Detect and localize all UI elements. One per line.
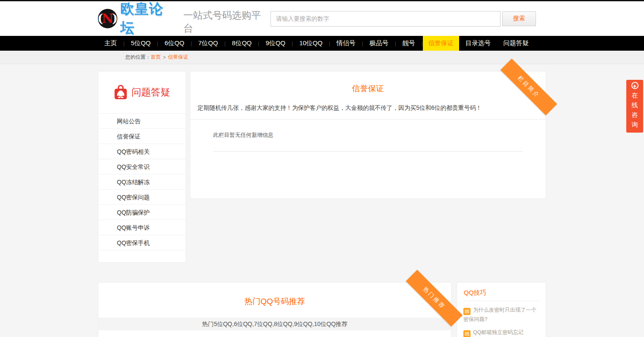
sidebar-item[interactable]: 网站公告 [98, 113, 186, 128]
nav-item[interactable]: 10位QQ [293, 36, 329, 51]
logo-n-icon: ( N ) [98, 9, 117, 28]
sidebar: 问题答疑 网站公告信誉保证QQ密码相关QQ安全常识QQ冻结解冻QQ密保问题QQ防… [98, 71, 186, 263]
content-divider [213, 151, 523, 152]
nav-item[interactable]: 极品号 [363, 36, 395, 51]
breadcrumb-bar: 您的位置： 首页 > 信誉保证 [0, 51, 644, 64]
qq-tip-item[interactable]: 靓为什么改密时只出现了一个密保问题? [463, 306, 539, 324]
sidebar-list: 网站公告信誉保证QQ密码相关QQ安全常识QQ冻结解冻QQ密保问题QQ防骗保护QQ… [98, 113, 186, 250]
sidebar-item[interactable]: QQ安全常识 [98, 159, 186, 174]
nav-item[interactable]: 靓号 [396, 36, 422, 51]
site-logo[interactable]: ( N ) 欧皇论坛 一站式号码选购平台 [98, 0, 271, 38]
nav-item[interactable]: 问题答疑 [497, 36, 535, 51]
site-header: ( N ) 欧皇论坛 一站式号码选购平台 搜索 [0, 1, 644, 36]
nav-item[interactable]: 6位QQ [158, 36, 191, 51]
nav-item[interactable]: 7位QQ [192, 36, 225, 51]
sidebar-item[interactable]: QQ密保问题 [98, 189, 186, 204]
nav-items: 主页|5位QQ|6位QQ|7位QQ|8位QQ|9位QQ|10位QQ|情侣号|极品… [98, 36, 546, 51]
breadcrumb-separator: > [163, 54, 166, 60]
breadcrumb: 您的位置： 首页 > 信誉保证 [98, 51, 546, 64]
qq-tip-text: 为什么改密时只出现了一个密保问题? [463, 307, 536, 322]
sidebar-item[interactable]: QQ防骗保护 [98, 204, 186, 220]
breadcrumb-prefix: 您的位置： [125, 54, 151, 61]
sidebar-item[interactable]: QQ冻结解冻 [98, 174, 186, 189]
hot-recommend-panel: 热门推荐 热门QQ号码推荐 热门5位QQ,6位QQ,7位QQ,8位QQ,9位QQ… [98, 282, 452, 337]
sidebar-item[interactable]: QQ账号申诉 [98, 220, 186, 235]
qq-tips-title: QQ技巧 [463, 288, 539, 301]
logo-paren-right: ) [112, 13, 118, 24]
qq-bag-icon [114, 84, 127, 100]
nav-item[interactable]: 主页 [98, 36, 123, 51]
hot-recommend-title: 热门QQ号码推荐 [98, 283, 451, 307]
logo-text: 欧皇论坛 [120, 0, 178, 38]
main-panel-body: 此栏目暂无任何新增信息 [190, 120, 546, 152]
breadcrumb-current-link[interactable]: 信誉保证 [168, 54, 188, 61]
liang-badge-icon: 靓 [463, 308, 471, 315]
main-nav: 主页|5位QQ|6位QQ|7位QQ|8位QQ|9位QQ|10位QQ|情侣号|极品… [0, 36, 644, 51]
online-consult-label: 在线咨询 [631, 90, 638, 129]
search-button[interactable]: 搜索 [502, 11, 536, 26]
nav-item[interactable]: 9位QQ [259, 36, 292, 51]
nav-item[interactable]: 5位QQ [124, 36, 157, 51]
column-intro-text: 定期随机传几张，感谢大家的支持！为保护客户的权益，大金额的就不传了，因为买5位和… [198, 104, 538, 112]
breadcrumb-home-link[interactable]: 首页 [151, 54, 161, 61]
nav-item[interactable]: 8位QQ [226, 36, 258, 51]
qq-tips-list: 靓为什么改密时只出现了一个密保问题?靓QQ邮箱独立密码忘记靓怎么修改/找回QQ密… [463, 306, 539, 337]
online-consult-widget[interactable]: + 在线咨询 [626, 80, 643, 133]
sidebar-title: 问题答疑 [132, 86, 170, 99]
liang-badge-icon: 靓 [463, 330, 471, 337]
plus-icon: + [631, 82, 639, 89]
page-title: 信誉保证 [198, 83, 538, 94]
main-panel: 栏目简介 信誉保证 定期随机传几张，感谢大家的支持！为保护客户的权益，大金额的就… [190, 71, 546, 199]
search-input[interactable] [271, 11, 501, 27]
hot-recommend-subtitle: 热门5位QQ,6位QQ,7位QQ,8位QQ,9位QQ,10位QQ推荐 [98, 318, 451, 330]
sidebar-item[interactable]: QQ密保手机 [98, 235, 186, 250]
nav-item[interactable]: 信誉保证 [423, 36, 459, 51]
empty-message: 此栏目暂无任何新增信息 [213, 131, 523, 139]
site-tagline: 一站式号码选购平台 [184, 9, 271, 35]
sidebar-item[interactable]: 信誉保证 [98, 128, 186, 144]
logo-letter: N [102, 12, 113, 25]
sidebar-footer-space [98, 250, 186, 262]
sidebar-item[interactable]: QQ密码相关 [98, 144, 186, 159]
nav-item[interactable]: 目录选号 [459, 36, 497, 51]
qq-tips-panel: QQ技巧 靓为什么改密时只出现了一个密保问题?靓QQ邮箱独立密码忘记靓怎么修改/… [457, 282, 546, 337]
nav-item[interactable]: 情侣号 [330, 36, 362, 51]
qq-tip-item[interactable]: 靓QQ邮箱独立密码忘记 [463, 328, 539, 337]
sidebar-header: 问题答疑 [98, 71, 186, 113]
search-bar: 搜索 [271, 11, 536, 27]
qq-tip-text: QQ邮箱独立密码忘记 [473, 329, 523, 335]
main-panel-header: 信誉保证 定期随机传几张，感谢大家的支持！为保护客户的权益，大金额的就不传了，因… [190, 71, 546, 120]
